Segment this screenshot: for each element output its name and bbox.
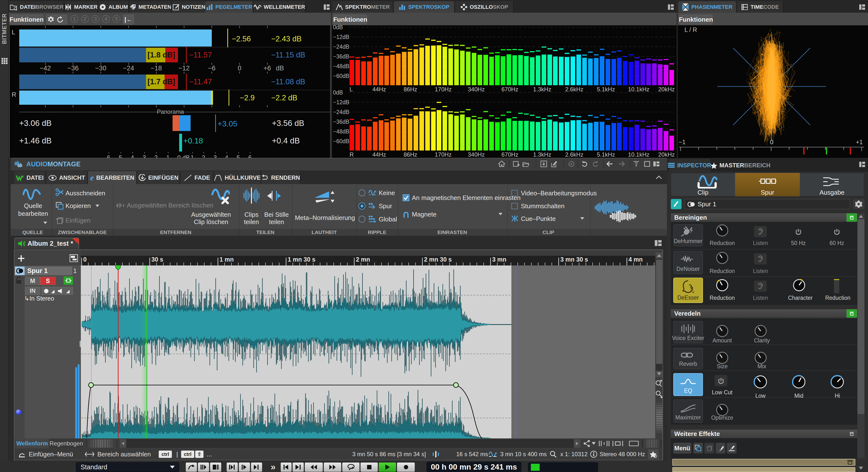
svg-text:s: s: [692, 290, 694, 294]
